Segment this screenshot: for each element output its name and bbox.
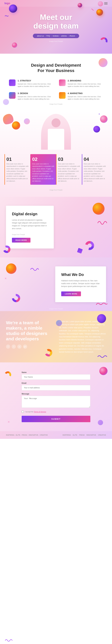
deco-sphere-2 — [78, 3, 82, 8]
deco-squiggle-digital — [97, 219, 107, 227]
twitter-icon[interactable]: t — [12, 344, 16, 349]
nav-articles[interactable]: articles — [60, 35, 68, 37]
footer-link-4[interactable]: INNOVATIVE — [86, 434, 96, 436]
deco-wavy-wwd — [95, 302, 107, 307]
deco-sphere-team-1 — [97, 314, 106, 323]
footer-link-3[interactable]: FRESH — [79, 434, 85, 436]
number-01: 01 — [7, 156, 29, 162]
logo: logo — [5, 2, 10, 5]
deco-sphere-3 — [96, 9, 103, 16]
deco-squiggle-1: 〜 — [5, 14, 9, 19]
deco-sphere-contact-1 — [99, 367, 107, 375]
team-right: Sample text. Lorem ipsum dolor sit amet,… — [59, 320, 106, 354]
google-plus-icon[interactable]: g+ — [23, 344, 27, 349]
name-label: Name — [22, 371, 90, 374]
number-item-03: 03 Duis aute irure dolor in reprehenderi… — [56, 154, 82, 185]
team-section: We're a team of makers, a nimble studio … — [0, 311, 112, 362]
digital-section: Digital design Lectus sit amet est place… — [0, 197, 112, 258]
deco-torus-contact — [4, 370, 12, 379]
email-field-group: Email — [22, 382, 90, 390]
team-left: We're a team of makers, a nimble studio … — [6, 320, 53, 349]
navigation: logo — [0, 0, 112, 7]
deco-torus-wwd — [10, 292, 22, 304]
name-input[interactable] — [22, 374, 90, 380]
nav-about[interactable]: about us — [36, 35, 45, 37]
read-more-button[interactable]: READ MORE — [12, 238, 31, 242]
terms-checkbox-row: I accept the Terms of Service — [22, 411, 90, 413]
deco-cube-digital — [77, 248, 83, 254]
design-icon — [9, 92, 16, 99]
deco-sphere-digital-1 — [93, 203, 104, 215]
strategy-title: 1. STRATEGY — [18, 80, 53, 82]
deco-torus-team — [44, 348, 53, 358]
whatwedo-title: What We Do — [61, 272, 100, 277]
marketing-title: 4. MARKETING — [68, 92, 103, 94]
deco-torus-digital — [83, 240, 96, 252]
strategy-text: Sample text. Click to select the text bo… — [18, 83, 53, 88]
nav-future[interactable]: #future — [68, 35, 76, 37]
number-02: 02 — [32, 156, 55, 162]
terms-checkbox[interactable] — [22, 411, 24, 413]
number-text-01: Duis aute irure dolor in reprehenderit i… — [7, 163, 29, 182]
features-grid: 1. STRATEGY Sample text. Click to select… — [9, 80, 103, 100]
deco-sphere-5 — [12, 121, 20, 130]
footer-link-2[interactable]: ELITE — [73, 434, 77, 436]
email-input[interactable] — [22, 385, 90, 390]
number-03: 03 — [58, 156, 80, 162]
deco-circle-2 — [3, 99, 9, 105]
deco-x-wwd: ✕ — [5, 277, 7, 280]
branding-text: Sample text. Click to select the text bo… — [68, 83, 103, 88]
deco-curve-1: 〜 — [90, 7, 95, 12]
hero-section: logo 〜 〜 Meet our design team about us F… — [0, 0, 112, 54]
feature-strategy: 1. STRATEGY Sample text. Click to select… — [9, 80, 53, 88]
submit-button[interactable]: SUBMIT — [22, 416, 90, 422]
footer-link-1[interactable]: INSPIRING — [63, 434, 71, 436]
whatwedo-card: What We Do Habitant morbi tristique sene… — [55, 266, 106, 302]
terms-link[interactable]: Terms of Service — [34, 411, 46, 413]
team-title: We're a team of makers, a nimble studio … — [6, 320, 53, 342]
deco-wavy-team — [97, 354, 107, 360]
youtube-icon[interactable]: y — [17, 344, 22, 349]
learn-more-button[interactable]: LEARN MORE — [61, 292, 81, 296]
design-text: Sample text. Click to select the text bo… — [18, 96, 53, 100]
hamburger-menu[interactable] — [104, 2, 107, 4]
marketing-text: Sample text. Click to select the text bo… — [68, 96, 103, 100]
contact-section: ✕ Name Email Message I accept the Terms … — [0, 362, 112, 431]
number-item-04: 04 Duis aute irure dolor in reprehenderi… — [82, 154, 108, 185]
email-label: Email — [22, 382, 90, 384]
deco-shape-1 — [12, 42, 17, 48]
deco-torus-1 — [99, 36, 108, 46]
deco-x-contact: ✕ — [8, 420, 10, 424]
feature-branding: 2. BRANDING Sample text. Click to select… — [59, 80, 103, 88]
message-textarea[interactable] — [22, 396, 90, 408]
wwd-images-credit: Images from Freepik — [49, 308, 63, 310]
numbers-row: 01 Duis aute irure dolor in reprehenderi… — [0, 153, 112, 186]
footer-left-text: INSPIRING . ELITE . FRESH . INNOVATIVE .… — [6, 434, 48, 436]
deco-sphere-wwd-1 — [6, 264, 17, 274]
whatwedo-text: Habitant morbi tristique senectus et. Ne… — [61, 279, 100, 288]
footer-link-5[interactable]: CREATIVE — [98, 434, 106, 436]
footer-links: INSPIRING ELITE FRESH INNOVATIVE CREATIV… — [63, 434, 106, 436]
digital-image-credit: Image from Freepik — [12, 234, 48, 236]
number-item-01: 01 Duis aute irure dolor in reprehenderi… — [5, 154, 30, 185]
deco-squiggle-wwd — [30, 266, 39, 273]
design-section-title: Design and Development For Your Business — [9, 62, 103, 74]
deco-circle-1 — [98, 58, 107, 67]
hero-image-credit: Images from Freepik — [49, 40, 63, 42]
nav-faq[interactable]: FAQ — [45, 35, 51, 37]
name-field-group: Name — [22, 371, 90, 380]
deco-sphere-6 — [93, 126, 100, 132]
nav-reviews[interactable]: reviews — [51, 35, 60, 37]
design-image-credit: Image from Freepik — [9, 103, 103, 105]
message-field-group: Message — [22, 393, 90, 408]
contact-form-container: Name Email Message I accept the Terms of… — [22, 371, 90, 422]
hero-title: Meet our design team — [33, 13, 78, 30]
number-04: 04 — [84, 156, 106, 162]
number-text-03: Duis aute irure dolor in reprehenderit i… — [58, 163, 80, 182]
digital-text: Lectus sit amet est placerat in egestas.… — [12, 219, 48, 230]
number-item-02: 02 Duis aute irure dolor in reprehenderi… — [30, 154, 56, 185]
branding-icon — [59, 80, 66, 86]
facebook-icon[interactable]: f — [6, 344, 10, 349]
number-text-02: Duis aute irure dolor in reprehenderit i… — [32, 163, 55, 182]
social-icons: f t y g+ — [6, 344, 53, 349]
